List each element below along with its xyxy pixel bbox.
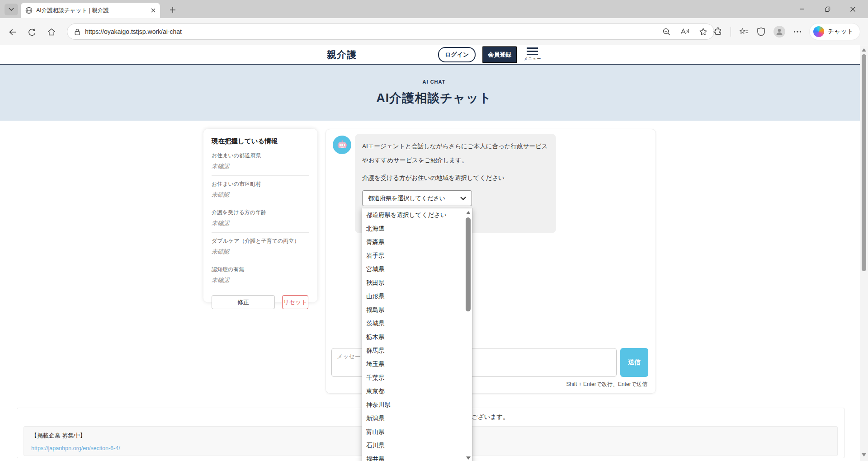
info-list: お住まいの都道府県 未確認 お住まいの市区町村 未確認 介護を受ける方の年齢 未… [212,147,309,289]
close-window-button[interactable] [840,0,865,18]
minimize-button[interactable] [789,0,815,18]
prefecture-select[interactable]: 都道府県を選択してください [362,190,472,206]
page-scrollbar[interactable] [860,45,868,461]
chevron-down-icon [9,8,14,11]
dropdown-option[interactable]: 秋田県 [362,276,464,290]
dropdown-option[interactable]: 新潟県 [362,412,464,425]
recruit-link[interactable]: https://japanhpn.org/en/section-6-4/ [31,445,120,452]
site-logo[interactable]: 親介護 [327,48,357,61]
tab-search-button[interactable] [5,4,18,15]
window-controls [789,0,865,18]
dropdown-option[interactable]: 青森県 [362,235,464,249]
home-icon [47,28,56,37]
lock-icon [74,28,81,36]
robot-icon [337,140,348,151]
copilot-icon [813,26,824,37]
person-icon [775,28,783,36]
signup-button[interactable]: 会員登録 [482,46,517,63]
dropdown-option[interactable]: 埼玉県 [362,358,464,371]
info-item-label: お住まいの都道府県 [212,152,309,160]
dropdown-option[interactable]: 都道府県を選択してください [362,208,464,222]
info-item-label: ダブルケア（介護と子育ての両立） [212,237,309,245]
zoom-out-icon[interactable] [662,28,671,36]
dropdown-option[interactable]: 富山県 [362,425,464,439]
restore-button[interactable] [815,0,840,18]
minimize-icon [799,6,805,12]
info-actions: 修正 リセット [212,295,309,309]
globe-icon [25,7,33,14]
more-options-icon[interactable] [793,30,802,33]
dropdown-option[interactable]: 福島県 [362,303,464,317]
profile-avatar[interactable] [774,26,785,38]
bot-message-text-2: 介護を受ける方がお住いの地域を選択してください [362,171,549,185]
dropdown-option[interactable]: 山形県 [362,290,464,303]
home-button[interactable] [45,26,58,38]
close-icon [850,6,856,12]
scroll-down-icon[interactable] [862,453,866,456]
scrollbar-thumb[interactable] [862,54,866,271]
dropdown-option[interactable]: 宮城県 [362,263,464,276]
refresh-button[interactable] [25,26,38,38]
known-info-panel: 現在把握している情報 お住まいの都道府県 未確認 お住まいの市区町村 未確認 介… [203,129,317,302]
scroll-up-icon[interactable] [862,48,866,52]
dropdown-option[interactable]: 千葉県 [362,371,464,385]
address-bar-icons [662,28,708,36]
info-panel-title: 現在把握している情報 [212,137,309,146]
browser-titlebar: AI介護相談チャット | 親介護 [0,0,868,18]
info-item-label: 認知症の有無 [212,266,309,273]
favorites-bar-icon[interactable] [739,28,749,36]
page-content: 親介護 ログイン 会員登録 メニュー AI CHAT AI介護相談チャット 現在… [0,45,868,461]
dropdown-option[interactable]: 茨城県 [362,317,464,330]
menu-label: メニュー [524,56,541,62]
chat-panel: AIエージェントと会話しながらさらにご本人に合った行政サービスやおすすめサービス… [326,129,656,394]
toolbar-divider [731,27,731,37]
toolbar-right-icons: チャット [713,24,860,40]
info-item-value: 未確認 [212,191,309,199]
dropdown-option[interactable]: 栃木県 [362,330,464,344]
reset-button[interactable]: リセット [282,295,308,309]
dropdown-option[interactable]: 石川県 [362,439,464,452]
info-item: お住まいの市区町村 未確認 [212,176,309,204]
prefecture-select-value: 都道府県を選択してください [368,194,460,202]
info-item-value: 未確認 [212,248,309,256]
read-aloud-icon[interactable] [680,28,690,36]
dropdown-option[interactable]: 群馬県 [362,344,464,358]
edit-button[interactable]: 修正 [212,295,275,309]
prefecture-dropdown: 都道府県を選択してください 北海道 青森県 岩手県 宮城県 秋田県 [362,208,472,461]
dropdown-scrollbar[interactable] [464,208,472,461]
copilot-button[interactable]: チャット [810,24,860,40]
shield-icon[interactable] [757,27,765,37]
dropdown-option[interactable]: 神奈川県 [362,398,464,412]
dropdown-option[interactable]: 福井県 [362,452,464,461]
info-item-value: 未確認 [212,219,309,227]
dropdown-option[interactable]: 北海道 [362,222,464,235]
dropdown-option[interactable]: 岩手県 [362,249,464,263]
dropdown-option[interactable]: 東京都 [362,385,464,398]
extensions-icon[interactable] [713,27,722,36]
scroll-down-icon[interactable] [466,456,471,460]
bot-message-text-1: AIエージェントと会話しながらさらにご本人に合った行政サービスやおすすめサービス… [362,139,549,167]
tab-close-icon[interactable] [151,8,156,13]
scrollbar-thumb[interactable] [466,217,471,311]
favorite-star-icon[interactable] [699,28,708,36]
login-button[interactable]: ログイン [438,47,476,62]
scroll-up-icon[interactable] [466,211,471,214]
prefecture-option-list: 都道府県を選択してください 北海道 青森県 岩手県 宮城県 秋田県 [362,208,464,461]
info-item-label: 介護を受ける方の年齢 [212,209,309,216]
restore-icon [825,6,830,12]
url-text: https://oyakaigo.tstjsp.work/ai-chat [85,28,662,35]
send-button[interactable]: 送信 [620,348,648,377]
new-tab-button[interactable] [166,5,179,15]
back-button[interactable] [6,26,19,38]
footer-notice: ございます。 [472,413,509,421]
page-title: AI介護相談チャット [376,90,492,106]
menu-button[interactable]: メニュー [524,47,541,62]
browser-tab[interactable]: AI介護相談チャット | 親介護 [21,3,160,18]
plus-icon [170,7,176,13]
bot-avatar [333,136,351,154]
info-item: ダブルケア（介護と子育ての両立） 未確認 [212,233,309,261]
info-item-label: お住まいの市区町村 [212,180,309,188]
info-item: 介護を受ける方の年齢 未確認 [212,204,309,233]
info-item-value: 未確認 [212,162,309,170]
address-bar[interactable]: https://oyakaigo.tstjsp.work/ai-chat [67,24,714,40]
